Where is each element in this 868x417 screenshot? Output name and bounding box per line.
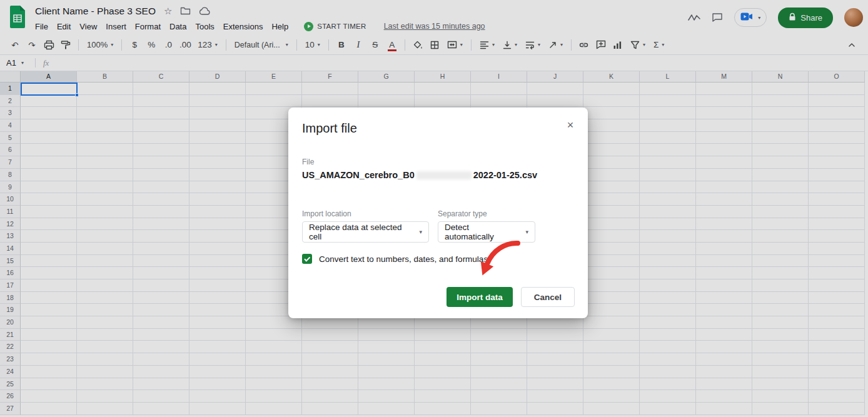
import-file-dialog: Import file × File US_AMAZON_cerebro_B02… — [288, 108, 588, 318]
chevron-down-icon: ▾ — [419, 229, 422, 235]
import-location-dropdown[interactable]: Replace data at selected cell ▾ — [302, 221, 429, 243]
file-label: File — [302, 158, 314, 166]
dialog-title: Import file — [302, 121, 357, 136]
redacted-blur — [416, 171, 472, 179]
google-sheets-app: Client Name - Phase 3 SEO ☆ FileEditView… — [0, 0, 868, 417]
import-location-value: Replace data at selected cell — [309, 223, 414, 241]
cancel-button[interactable]: Cancel — [521, 287, 575, 307]
separator-type-value: Detect automatically — [445, 223, 520, 241]
convert-checkbox-row[interactable]: Convert text to numbers, dates, and form… — [302, 254, 488, 264]
separator-type-label: Separator type — [438, 209, 487, 218]
checkbox-checked-icon[interactable] — [302, 254, 312, 264]
close-icon[interactable]: × — [562, 116, 579, 134]
import-location-label: Import location — [302, 209, 351, 218]
import-data-button[interactable]: Import data — [447, 287, 513, 307]
separator-type-dropdown[interactable]: Detect automatically ▾ — [438, 221, 535, 243]
file-name: US_AMAZON_cerebro_B02022-01-25.csv — [302, 170, 537, 180]
convert-checkbox-label: Convert text to numbers, dates, and form… — [319, 254, 488, 264]
dialog-buttons: Import data Cancel — [447, 287, 575, 307]
file-name-suffix: 2022-01-25.csv — [473, 170, 537, 180]
file-name-prefix: US_AMAZON_cerebro_B0 — [302, 170, 415, 180]
chevron-down-icon: ▾ — [525, 229, 528, 235]
